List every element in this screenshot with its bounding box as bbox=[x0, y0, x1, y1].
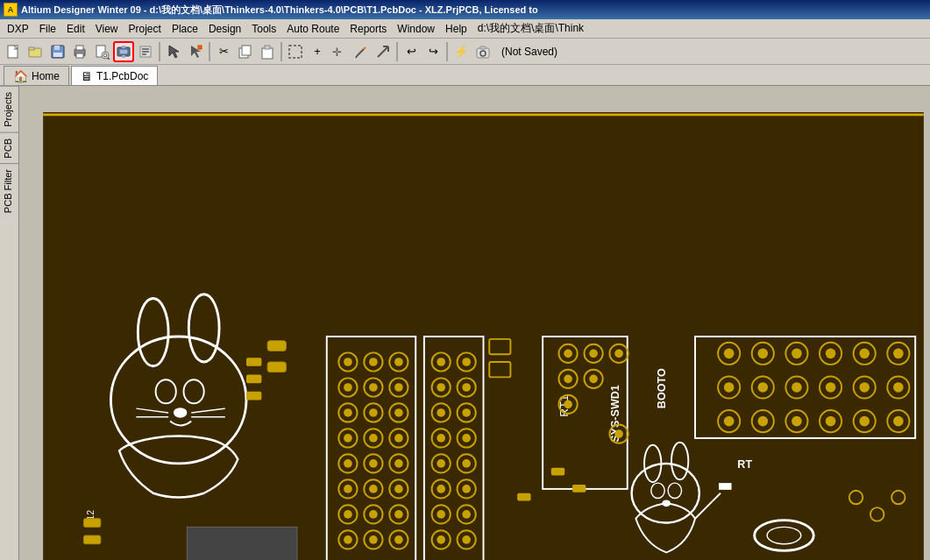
toolbar-sep-2 bbox=[209, 42, 210, 61]
svg-point-116 bbox=[437, 459, 445, 468]
svg-point-93 bbox=[394, 383, 403, 392]
pcb-top-strip bbox=[19, 86, 930, 112]
toolbar-undo-btn[interactable]: ↩ bbox=[401, 41, 422, 62]
toolbar-print-preview-btn[interactable] bbox=[91, 41, 112, 62]
toolbar-paste-btn[interactable] bbox=[257, 41, 278, 62]
title-text: Altium Designer Winter 09 - d:\我的文档\桌面\T… bbox=[21, 4, 538, 17]
svg-line-30 bbox=[357, 49, 364, 56]
sidebar-projects[interactable]: Projects bbox=[0, 86, 18, 132]
toolbar-new-btn[interactable] bbox=[4, 41, 25, 62]
menu-view[interactable]: View bbox=[90, 21, 124, 37]
sidebar-pcb[interactable]: PCB bbox=[0, 132, 18, 164]
menu-window[interactable]: Window bbox=[392, 21, 440, 37]
svg-point-155 bbox=[589, 374, 598, 383]
svg-point-85 bbox=[369, 485, 378, 493]
toolbar-diag-btn[interactable] bbox=[373, 41, 394, 62]
menu-reports[interactable]: Reports bbox=[344, 21, 392, 37]
svg-point-177 bbox=[758, 382, 769, 393]
svg-point-91 bbox=[394, 358, 403, 366]
canvas-area[interactable]: C12 C13 bbox=[19, 86, 930, 560]
home-icon: 🏠 bbox=[13, 69, 28, 83]
menu-tools[interactable]: Tools bbox=[246, 21, 281, 37]
toolbar-btn-6[interactable] bbox=[135, 41, 156, 62]
svg-rect-25 bbox=[242, 46, 251, 55]
toolbar-copy-btn[interactable] bbox=[235, 41, 256, 62]
toolbar-select-btn[interactable] bbox=[163, 41, 184, 62]
svg-point-101 bbox=[394, 485, 403, 493]
svg-point-169 bbox=[826, 349, 836, 359]
svg-point-132 bbox=[462, 459, 471, 468]
menu-design[interactable]: Design bbox=[203, 21, 246, 37]
menu-path: d:\我的文档\桌面\Think bbox=[472, 19, 589, 38]
svg-point-134 bbox=[462, 485, 471, 493]
svg-point-103 bbox=[394, 510, 403, 519]
svg-point-95 bbox=[394, 408, 403, 417]
toolbar-lightning-btn[interactable]: ⚡ bbox=[451, 41, 472, 62]
toolbar-open-btn[interactable] bbox=[25, 41, 46, 62]
toolbar-box-select-btn[interactable] bbox=[285, 41, 306, 62]
sidebar-pcb-filter[interactable]: PCB Filter bbox=[0, 163, 18, 218]
title-bar: A Altium Designer Winter 09 - d:\我的文档\桌面… bbox=[0, 0, 930, 19]
svg-rect-230 bbox=[572, 485, 586, 493]
svg-rect-26 bbox=[262, 48, 273, 59]
toolbar-save-btn[interactable] bbox=[47, 41, 68, 62]
svg-point-69 bbox=[344, 485, 352, 493]
toolbar-print-btn[interactable] bbox=[69, 41, 90, 62]
toolbar-cut-btn[interactable]: ✂ bbox=[213, 41, 234, 62]
toolbar-highlighted-btn[interactable] bbox=[113, 41, 134, 62]
svg-point-114 bbox=[437, 434, 445, 443]
svg-point-67 bbox=[344, 459, 352, 468]
svg-point-183 bbox=[859, 382, 870, 393]
svg-point-108 bbox=[437, 358, 445, 366]
tab-home-label: Home bbox=[32, 70, 60, 82]
svg-marker-21 bbox=[169, 46, 179, 58]
app-icon: A bbox=[4, 3, 18, 17]
svg-point-71 bbox=[344, 510, 352, 519]
svg-point-120 bbox=[437, 510, 445, 519]
svg-rect-202 bbox=[246, 392, 261, 401]
svg-line-33 bbox=[378, 46, 388, 57]
toolbar-sep-4 bbox=[396, 42, 398, 61]
svg-point-193 bbox=[826, 416, 836, 427]
svg-point-87 bbox=[369, 510, 378, 519]
svg-point-151 bbox=[614, 350, 623, 358]
svg-point-163 bbox=[724, 349, 735, 359]
svg-rect-201 bbox=[246, 374, 261, 383]
menu-autoroute[interactable]: Auto Route bbox=[281, 21, 344, 37]
svg-point-149 bbox=[589, 350, 598, 358]
svg-rect-2 bbox=[29, 47, 34, 50]
menu-edit[interactable]: Edit bbox=[61, 21, 90, 37]
tab-home[interactable]: 🏠 Home bbox=[4, 66, 69, 85]
svg-rect-38 bbox=[480, 46, 486, 49]
pcbdoc-icon: 🖥 bbox=[81, 69, 93, 83]
svg-point-197 bbox=[893, 416, 904, 427]
toolbar-sep-1 bbox=[159, 42, 160, 61]
menu-project[interactable]: Project bbox=[124, 21, 167, 37]
svg-rect-8 bbox=[76, 53, 83, 58]
svg-text:RT: RT bbox=[737, 458, 752, 471]
svg-rect-27 bbox=[265, 46, 270, 49]
toolbar-cross-btn[interactable]: + bbox=[307, 41, 328, 62]
svg-point-136 bbox=[462, 510, 471, 519]
svg-point-187 bbox=[724, 416, 735, 427]
svg-rect-7 bbox=[76, 46, 83, 50]
tab-t1pcbdoc[interactable]: 🖥 T1.PcbDoc bbox=[71, 66, 158, 85]
svg-point-61 bbox=[344, 383, 352, 392]
menu-file[interactable]: File bbox=[34, 21, 61, 37]
svg-point-81 bbox=[369, 434, 378, 443]
toolbar-camera-btn[interactable] bbox=[472, 41, 493, 62]
svg-point-138 bbox=[462, 535, 471, 544]
svg-point-112 bbox=[437, 408, 445, 417]
menu-dxp[interactable]: DXP bbox=[2, 21, 34, 37]
toolbar-select2-btn[interactable] bbox=[185, 41, 206, 62]
svg-rect-55 bbox=[187, 527, 297, 560]
svg-point-59 bbox=[344, 358, 352, 366]
svg-point-126 bbox=[462, 383, 471, 392]
left-sidebar: Projects PCB PCB Filter bbox=[0, 86, 19, 560]
toolbar-move-btn[interactable]: ✛ bbox=[329, 41, 350, 62]
menu-help[interactable]: Help bbox=[440, 21, 472, 37]
menu-place[interactable]: Place bbox=[167, 21, 203, 37]
toolbar-pencil-btn[interactable] bbox=[351, 41, 372, 62]
toolbar-redo-btn[interactable]: ↪ bbox=[422, 41, 444, 62]
tab-t1pcbdoc-label: T1.PcbDoc bbox=[96, 70, 148, 82]
